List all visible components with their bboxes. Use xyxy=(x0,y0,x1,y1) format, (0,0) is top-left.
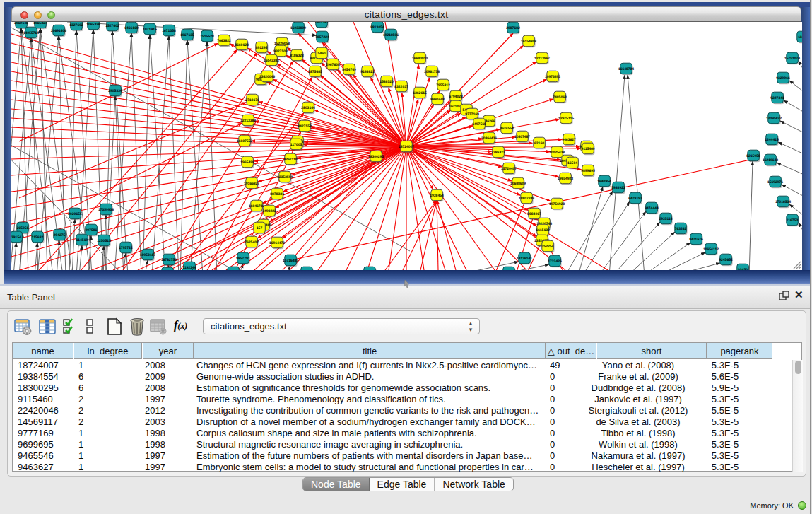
svg-text:19166827: 19166827 xyxy=(244,182,259,186)
svg-text:6794028: 6794028 xyxy=(449,95,463,99)
svg-text:23420046: 23420046 xyxy=(259,75,275,79)
svg-text:15751074: 15751074 xyxy=(784,57,800,61)
svg-text:8813054: 8813054 xyxy=(370,25,384,30)
svg-text:18807249: 18807249 xyxy=(519,197,534,201)
svg-text:15716485: 15716485 xyxy=(283,259,298,263)
svg-text:1671358: 1671358 xyxy=(162,29,176,33)
svg-text:10025438: 10025438 xyxy=(549,151,565,155)
svg-text:12095822: 12095822 xyxy=(766,117,782,121)
svg-text:15692971: 15692971 xyxy=(767,180,783,185)
svg-text:114519: 114519 xyxy=(76,238,88,243)
svg-text:7386372: 7386372 xyxy=(491,151,505,155)
svg-text:1640954: 1640954 xyxy=(597,180,611,184)
svg-text:16914479: 16914479 xyxy=(269,241,285,245)
svg-text:763262: 763262 xyxy=(675,227,687,231)
svg-text:997586: 997586 xyxy=(86,228,98,233)
svg-text:12213967: 12213967 xyxy=(534,57,550,61)
svg-text:2967608: 2967608 xyxy=(326,63,340,67)
svg-text:15720407: 15720407 xyxy=(501,167,517,171)
svg-text:19756928: 19756928 xyxy=(549,202,565,206)
svg-text:16154808: 16154808 xyxy=(521,40,536,44)
svg-text:157: 157 xyxy=(257,226,263,230)
svg-text:1588520: 1588520 xyxy=(379,80,394,84)
svg-text:2087682: 2087682 xyxy=(506,26,520,30)
svg-text:19654923: 19654923 xyxy=(558,177,573,181)
svg-text:8427552: 8427552 xyxy=(298,124,312,129)
svg-text:16046786: 16046786 xyxy=(249,204,264,209)
svg-text:9857791: 9857791 xyxy=(236,257,250,261)
svg-text:16640910: 16640910 xyxy=(412,57,428,61)
svg-text:9115460: 9115460 xyxy=(581,147,594,151)
svg-text:1071915: 1071915 xyxy=(143,28,157,32)
svg-text:1250515: 1250515 xyxy=(97,239,111,243)
svg-text:16033809: 16033809 xyxy=(290,26,306,30)
svg-text:3875685: 3875685 xyxy=(308,70,322,74)
svg-text:17016534: 17016534 xyxy=(775,200,791,204)
svg-text:7663822: 7663822 xyxy=(217,39,231,43)
svg-text:14136141: 14136141 xyxy=(517,257,532,261)
svg-text:16543382: 16543382 xyxy=(264,59,279,63)
svg-text:7485063: 7485063 xyxy=(553,95,567,100)
svg-text:115682: 115682 xyxy=(32,235,44,240)
svg-text:2905334: 2905334 xyxy=(108,89,122,93)
svg-text:12975115: 12975115 xyxy=(558,117,574,121)
svg-text:8186328: 8186328 xyxy=(290,54,304,58)
svg-text:10688609: 10688609 xyxy=(510,182,526,186)
svg-text:1244415: 1244415 xyxy=(765,138,779,142)
svg-text:18724007: 18724007 xyxy=(399,145,414,149)
svg-text:1327602: 1327602 xyxy=(69,23,83,28)
svg-text:20691406: 20691406 xyxy=(51,29,66,33)
svg-text:1938454: 1938454 xyxy=(430,194,444,198)
svg-text:3624554: 3624554 xyxy=(500,127,514,131)
svg-text:8215958: 8215958 xyxy=(746,154,760,158)
svg-text:6479197: 6479197 xyxy=(628,197,642,201)
svg-text:5460: 5460 xyxy=(317,52,325,56)
svg-text:9329966: 9329966 xyxy=(776,76,790,81)
svg-text:10654112: 10654112 xyxy=(703,247,719,252)
svg-text:891295: 891295 xyxy=(256,46,268,50)
svg-text:8471676: 8471676 xyxy=(689,238,703,242)
svg-text:16504: 16504 xyxy=(567,161,577,165)
svg-text:9777169: 9777169 xyxy=(465,112,479,117)
svg-text:6466160: 6466160 xyxy=(124,26,139,30)
svg-text:8267110: 8267110 xyxy=(283,158,297,162)
svg-text:6497568: 6497568 xyxy=(472,122,486,127)
svg-text:19218506: 19218506 xyxy=(383,33,399,37)
svg-text:2069146: 2069146 xyxy=(14,22,28,25)
svg-text:16782759: 16782759 xyxy=(161,258,177,262)
svg-text:20364436: 20364436 xyxy=(481,136,497,141)
svg-text:11170: 11170 xyxy=(798,35,802,40)
svg-text:9227341: 9227341 xyxy=(770,96,784,100)
svg-text:5938923: 5938923 xyxy=(611,186,625,190)
svg-text:117005: 117005 xyxy=(290,143,302,147)
svg-text:12353594: 12353594 xyxy=(277,175,293,180)
svg-text:10807487: 10807487 xyxy=(514,135,530,139)
svg-text:9146821: 9146821 xyxy=(360,70,375,74)
svg-text:16210643: 16210643 xyxy=(763,158,778,163)
svg-text:1733426: 1733426 xyxy=(548,259,562,264)
svg-text:265051: 265051 xyxy=(17,226,29,230)
svg-text:2935114: 2935114 xyxy=(659,217,672,221)
svg-text:92450: 92450 xyxy=(738,268,748,270)
svg-text:14055714: 14055714 xyxy=(23,31,39,35)
svg-text:1795722: 1795722 xyxy=(119,246,133,250)
svg-text:1362615: 1362615 xyxy=(413,91,427,95)
svg-text:1067135: 1067135 xyxy=(180,33,194,37)
svg-text:9463627: 9463627 xyxy=(562,138,576,142)
svg-text:8322037: 8322037 xyxy=(394,85,408,89)
svg-text:1065326: 1065326 xyxy=(86,23,100,27)
svg-text:16648784: 16648784 xyxy=(618,67,634,71)
svg-text:8454749: 8454749 xyxy=(342,68,356,72)
svg-text:8660128: 8660128 xyxy=(235,43,249,47)
svg-text:7515528: 7515528 xyxy=(200,35,214,39)
svg-text:12213389: 12213389 xyxy=(240,119,256,123)
svg-text:1065327: 1065327 xyxy=(33,22,47,25)
svg-text:9884067: 9884067 xyxy=(527,212,541,216)
svg-text:18300295: 18300295 xyxy=(368,155,384,159)
svg-text:10973493: 10973493 xyxy=(545,75,560,79)
svg-text:3498222: 3498222 xyxy=(262,209,276,214)
svg-text:10958117: 10958117 xyxy=(140,253,155,257)
svg-text:294275: 294275 xyxy=(54,233,66,238)
svg-text:16107552: 16107552 xyxy=(237,139,252,144)
svg-text:252254: 252254 xyxy=(542,245,554,249)
